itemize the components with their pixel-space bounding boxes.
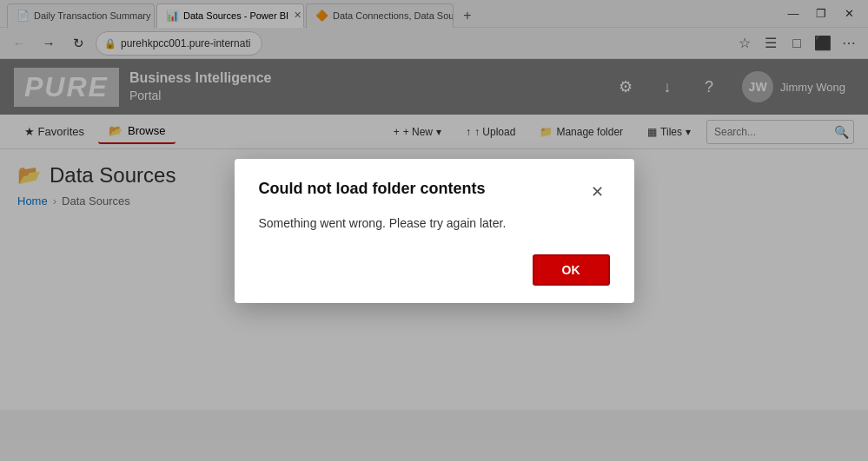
modal-close-button[interactable]: ✕	[586, 180, 610, 204]
modal-ok-button[interactable]: OK	[533, 254, 610, 286]
modal-title: Could not load folder contents	[259, 180, 486, 198]
modal-footer: OK	[259, 254, 610, 286]
modal-message: Something went wrong. Please try again l…	[259, 216, 610, 230]
modal-body: Something went wrong. Please try again l…	[259, 216, 610, 230]
modal-dialog: Could not load folder contents ✕ Somethi…	[235, 159, 634, 303]
modal-overlay: Could not load folder contents ✕ Somethi…	[0, 0, 868, 461]
modal-header: Could not load folder contents ✕	[259, 180, 610, 204]
